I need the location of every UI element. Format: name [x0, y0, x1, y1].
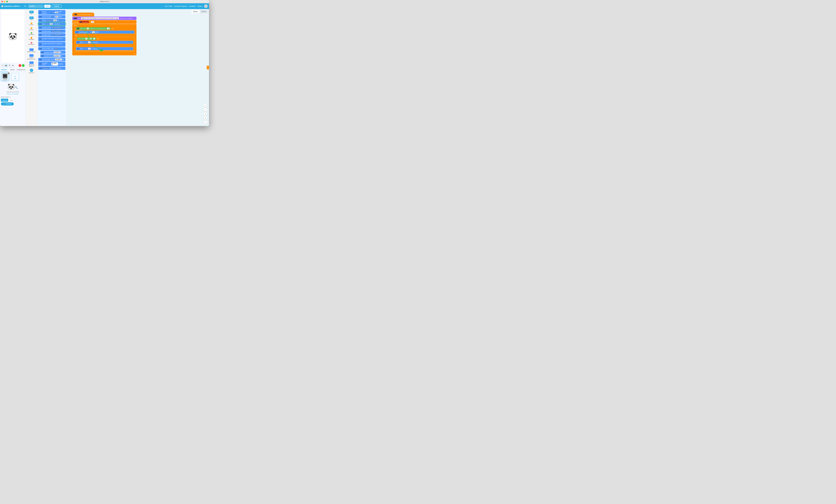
mbot2ext-icon	[30, 54, 34, 57]
category-operators[interactable]: Operators	[26, 32, 37, 36]
category-mbot2[interactable]: mBot2 Chassis	[26, 48, 37, 53]
avatar[interactable]	[204, 4, 208, 8]
forever-block[interactable]: forever if ⬛ ultrasonic 2 1	[72, 24, 136, 56]
svg-point-3	[6, 76, 6, 77]
zoom-reset-button[interactable]: ↺	[204, 112, 207, 116]
block-encoder-motor-enable[interactable]: encoder motor (1) EM1 ▾ enable…	[38, 61, 65, 66]
block-encoder-motor-val-2[interactable]: encoder motor (1) EM1 ▾ ↺	[40, 54, 65, 58]
setting-button[interactable]: Setting	[197, 5, 202, 7]
category-myblocks[interactable]: My Blocks	[26, 41, 37, 46]
example-programs-button[interactable]: Example Programs	[174, 5, 187, 7]
mode-switch-area: Mode Switch ⓘ Upload Live 🔗 Connect	[1, 96, 25, 105]
svg-rect-7	[31, 17, 33, 18]
publish-button[interactable]: Publish	[52, 4, 62, 8]
block-encoder-motor-2[interactable]: encoder motor left wheel(EM1) ▾	[38, 30, 65, 33]
minimize-button[interactable]	[4, 1, 5, 3]
connect-text: Connect your device	[1, 91, 25, 93]
mbot2-label: mBot2 Chassis	[27, 51, 36, 53]
add-device-button[interactable]: + Add	[11, 73, 19, 81]
how-to-link[interactable]: How to use device?	[7, 93, 19, 95]
print-block[interactable]: ⬛⬛ print Make a loud sound (clap) to sta…	[72, 17, 136, 20]
list-view-button[interactable]: ☰	[8, 64, 11, 67]
block-encoder-motor-val-1[interactable]: encoder motor (1) EM1 ▾ 's…	[40, 51, 65, 54]
tab-sprites[interactable]: Sprites	[8, 67, 16, 72]
view-controls: ⛶ ▣ ☰ ⊞	[0, 63, 26, 67]
live-button[interactable]: Live	[8, 99, 14, 102]
hat-block[interactable]: ⬛ when CyberPi starts up	[72, 13, 94, 17]
normal-view-button[interactable]: ▣	[4, 64, 7, 67]
user-guide-button[interactable]: User Guide	[165, 5, 172, 7]
loudness-value: 75	[91, 21, 94, 23]
block-icon	[39, 12, 41, 13]
events-label: Events	[30, 24, 33, 25]
moves-forward-if[interactable]: moves forward ▾ at 50 RPM	[75, 31, 134, 34]
file-name-input[interactable]	[28, 5, 43, 8]
device-close-button[interactable]: ✕	[8, 72, 10, 74]
block-encoder-motor-em1-2[interactable]: encoder motor EM1 ↺ rotates at 5…	[38, 42, 65, 46]
block-stop-encoder-motor[interactable]: stop encoder motor all ▾	[38, 47, 65, 50]
block-icon	[41, 52, 44, 53]
turns-left-nested-then[interactable]: turns left ▾ 90 ° until done	[76, 41, 133, 44]
stop-button[interactable]	[19, 64, 21, 67]
category-extension[interactable]: + extension	[26, 68, 37, 74]
block-calibrate-chassis[interactable]: calibrate ▾ chassis parameters	[38, 67, 65, 70]
block-encoder-motor-3[interactable]: encoder motor left wheel(EM1) ▾	[38, 33, 65, 37]
block-icon	[39, 44, 41, 45]
wait-until-block[interactable]: wait until ⬛ loudness > 75	[72, 20, 136, 24]
code-area: Blocks Python </> ⬛ when CyberPi starts …	[66, 9, 209, 126]
print-icon: ⬛⬛	[74, 18, 77, 19]
category-iot[interactable]: IoT	[26, 16, 37, 21]
zoom-out-button[interactable]: −	[204, 108, 207, 112]
close-button[interactable]	[1, 1, 3, 3]
save-button[interactable]: Save	[44, 5, 51, 8]
file-menu-button[interactable]: File	[23, 5, 27, 8]
category-ultrasonic[interactable]: Ultrasonic Sensor 2	[26, 61, 37, 67]
go-button[interactable]	[22, 64, 25, 67]
block-icon	[39, 20, 41, 21]
zoom-equals-button[interactable]: =	[204, 120, 207, 124]
else-label: else	[74, 34, 135, 37]
feedback-button[interactable]: Feedback	[189, 5, 196, 7]
checkbox-1[interactable]	[38, 52, 40, 53]
connect-button[interactable]: 🔗 Connect	[1, 102, 14, 105]
block-reset-encoder-motor[interactable]: reset encoder motor (1) EM1 ▾ ⚑	[38, 58, 65, 61]
checkbox-2[interactable]	[38, 55, 40, 57]
block-encoder-motor-1[interactable]: encoder motor left wheel(EM1) ▾	[38, 26, 65, 30]
upload-button[interactable]: Upload	[1, 99, 8, 102]
block-moves-forward-rpm-forward[interactable]: moves forward ▾ at 50 RPM fo…	[38, 10, 65, 15]
block-icon	[39, 67, 41, 69]
zoom-fit-button[interactable]: ⊡	[204, 116, 207, 120]
grid-view-button[interactable]: ⊞	[12, 64, 15, 67]
svg-point-2	[3, 76, 4, 77]
block-turns-left[interactable]: turns left ▾ 90 ° until done	[38, 22, 65, 26]
ai-icon	[30, 11, 34, 13]
fullscreen-button[interactable]: ⛶	[1, 64, 4, 67]
device-item-cyberpi[interactable]: ✕ CyberPi	[1, 73, 9, 81]
mode-switch-label: Mode Switch ⓘ	[1, 96, 25, 98]
category-events[interactable]: Events	[26, 22, 37, 26]
forever-end-arrow: ↩	[72, 52, 136, 56]
svg-rect-1	[3, 75, 6, 76]
header-right: User Guide Example Programs Feedback Set…	[165, 4, 208, 8]
zoom-in-button[interactable]: +	[204, 104, 207, 108]
category-variables[interactable]: Variables	[26, 36, 37, 41]
block-icon	[76, 32, 78, 33]
category-ai[interactable]: AI	[26, 10, 37, 15]
logo-icon: ⬜	[1, 5, 3, 7]
maximize-button[interactable]	[6, 1, 8, 3]
panel-tabs: Devices Sprites Background	[0, 67, 26, 72]
category-control[interactable]: Control	[26, 26, 37, 31]
tab-background[interactable]: Background	[17, 67, 26, 72]
turns-left-nested-else[interactable]: turns left ▾ 90 ° until done	[76, 47, 133, 50]
block-encoder-motor-em1-1[interactable]: encoder motor EM1 ↺ rotates at 5…	[38, 37, 65, 41]
nested-else-body: turns left ▾ 90 ° until done	[76, 47, 134, 51]
ultrasonic-label: Ultrasonic Sensor 2	[27, 64, 36, 67]
tab-devices[interactable]: Devices	[0, 67, 8, 72]
block-moves-forward-cm[interactable]: moves forward ▾ 100 cm ▾	[38, 19, 65, 22]
iot-label: IoT	[31, 19, 33, 20]
block-moves-forward-rpm[interactable]: moves forward ▾ at 50 RPM	[38, 15, 65, 18]
window-controls[interactable]	[1, 1, 8, 3]
block-icon	[39, 16, 41, 18]
category-mbot2ext[interactable]: mBot2 Extension Port	[26, 54, 37, 60]
loudness-field: ⬛ loudness	[79, 21, 89, 23]
